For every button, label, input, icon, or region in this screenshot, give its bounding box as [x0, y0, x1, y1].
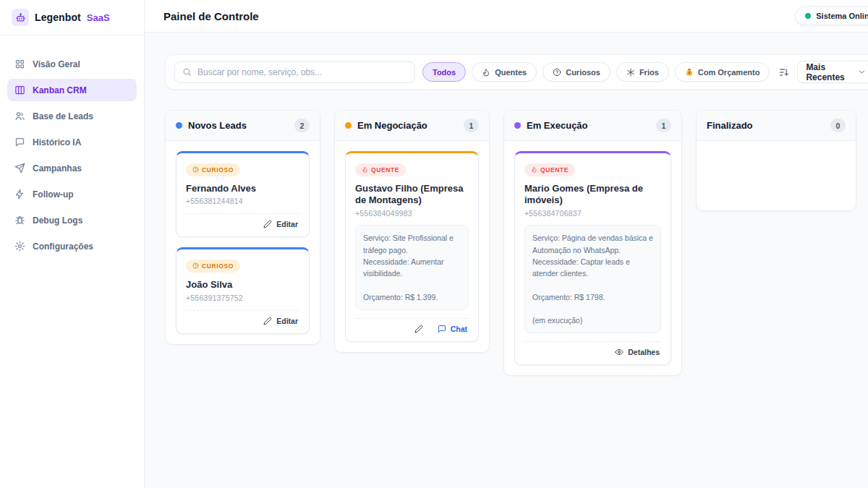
brand: Legenbot SaaS — [0, 0, 144, 35]
pencil-icon — [263, 220, 272, 228]
lead-phone: +556391375752 — [186, 294, 299, 302]
moneybag-icon — [685, 68, 694, 77]
kanban-icon — [14, 85, 25, 95]
lead-note: Serviço: Site Profissional e tráfego pag… — [355, 225, 469, 310]
search-box[interactable] — [174, 61, 415, 83]
filter-pill-frios[interactable]: Frios — [616, 62, 669, 82]
sort-select-value: Mais Recentes — [806, 62, 844, 82]
filter-pill-curiosos[interactable]: Curiosos — [542, 62, 610, 82]
question-icon — [553, 68, 561, 77]
status-badge: Sistema Online — [795, 7, 868, 25]
bug-icon — [14, 215, 25, 226]
sidebar-item-follow-up[interactable]: Follow-up — [7, 183, 137, 205]
filter-pill-label: Frios — [639, 68, 659, 77]
sort-descending-icon[interactable] — [778, 67, 790, 78]
column-dot — [176, 122, 182, 129]
chevron-down-icon — [858, 68, 866, 76]
flame-icon — [482, 68, 490, 77]
sidebar-item-label: Histórico IA — [33, 137, 81, 147]
zap-icon — [14, 189, 25, 200]
filter-pill-label: Quentes — [495, 68, 527, 77]
lead-note: Serviço: Página de vendas básica e Autom… — [524, 225, 661, 333]
lead-name: Mario Gomes (Empresa de imóveis) — [524, 183, 661, 207]
kanban-column-novos-leads: Novos Leads2CURIOSOFernando Alves+556381… — [165, 110, 320, 345]
page-title: Painel de Controle — [163, 10, 259, 22]
details-button[interactable]: Detalhes — [615, 348, 660, 356]
grid-icon — [14, 59, 25, 69]
lead-card[interactable]: CURIOSOJoão Silva+556391375752Editar — [176, 247, 310, 333]
filter-pill-todos[interactable]: Todos — [422, 62, 466, 82]
column-count-badge: 1 — [656, 119, 671, 132]
sidebar-item-label: Debug Logs — [33, 215, 82, 226]
lead-phone: +556384049983 — [355, 209, 469, 218]
status-label: Sistema Online — [816, 12, 868, 20]
sidebar-item-label: Base de Leads — [33, 111, 93, 121]
pencil-icon — [414, 325, 423, 333]
filter-pill-quentes[interactable]: Quentes — [472, 62, 537, 82]
lead-status-badge: CURIOSO — [186, 163, 240, 176]
card-footer: Detalhes — [524, 341, 661, 358]
kanban-column-finalizado: Finalizado0 — [696, 110, 856, 211]
chat-button[interactable]: Chat — [438, 325, 467, 333]
sidebar-item-debug-logs[interactable]: Debug Logs — [7, 209, 137, 231]
lead-name: Fernando Alves — [186, 183, 299, 195]
snowflake-icon — [626, 68, 635, 77]
filter-pill-com-or-amento[interactable]: Com Orçamento — [675, 62, 770, 82]
send-icon — [14, 163, 25, 174]
sidebar-item-label: Visão Geral — [33, 59, 80, 69]
lead-status-badge: QUENTE — [524, 163, 575, 176]
lead-name: Gustavo Filho (Empresa de Montagens) — [355, 183, 469, 207]
edit-button[interactable]: Editar — [263, 220, 298, 228]
column-count-badge: 0 — [830, 119, 846, 132]
card-footer: Editar — [186, 310, 299, 327]
eye-icon — [615, 348, 624, 356]
badge-label: QUENTE — [371, 166, 399, 174]
column-header: Finalizado0 — [697, 111, 856, 141]
lead-card[interactable]: CURIOSOFernando Alves+556381244814Editar — [176, 151, 310, 237]
filter-pill-label: Curiosos — [566, 68, 600, 77]
sort-select[interactable]: Mais Recentes — [797, 61, 868, 83]
filter-bar: TodosQuentesCuriososFriosCom Orçamento M… — [165, 54, 868, 90]
column-header: Em Negociação1 — [335, 111, 489, 141]
action-label: Editar — [276, 220, 298, 228]
column-body — [697, 141, 856, 210]
lead-status-badge: CURIOSO — [186, 260, 240, 273]
column-title: Em Negociação — [357, 120, 458, 131]
question-icon — [192, 262, 199, 269]
sidebar-item-label: Follow-up — [33, 189, 74, 200]
lead-card[interactable]: QUENTEMario Gomes (Empresa de imóveis)+5… — [514, 151, 671, 365]
kanban-column-em-negocia-o: Em Negociação1QUENTEGustavo Filho (Empre… — [334, 110, 490, 353]
lead-phone: +556381244814 — [186, 197, 299, 205]
app: Legenbot SaaS Visão GeralKanban CRMBase … — [0, 0, 868, 488]
column-body: QUENTEGustavo Filho (Empresa de Montagen… — [335, 141, 489, 352]
brand-suffix: SaaS — [87, 12, 110, 23]
sidebar-item-hist-rico-ia[interactable]: Histórico IA — [7, 131, 137, 153]
sidebar-item-configura-es[interactable]: Configurações — [7, 235, 137, 257]
chat-icon — [14, 137, 25, 147]
settings-icon — [14, 241, 25, 252]
lead-card[interactable]: QUENTEGustavo Filho (Empresa de Montagen… — [345, 151, 479, 342]
badge-label: CURIOSO — [202, 262, 234, 270]
edit-button[interactable]: Editar — [263, 317, 298, 325]
flame-icon — [362, 166, 368, 173]
lead-phone: +556384706837 — [524, 209, 661, 218]
column-title: Em Execução — [527, 120, 650, 131]
sidebar-item-label: Campanhas — [33, 163, 82, 174]
content: TodosQuentesCuriososFriosCom Orçamento M… — [145, 33, 868, 398]
search-input[interactable] — [197, 67, 407, 77]
edit-button[interactable] — [414, 325, 423, 333]
column-count-badge: 1 — [464, 119, 479, 132]
sidebar-item-base-de-leads[interactable]: Base de Leads — [7, 105, 137, 127]
filter-pills: TodosQuentesCuriososFriosCom Orçamento — [422, 62, 770, 82]
column-body: CURIOSOFernando Alves+556381244814Editar… — [166, 141, 320, 344]
sidebar-item-campanhas[interactable]: Campanhas — [7, 157, 137, 179]
sidebar-item-kanban-crm[interactable]: Kanban CRM — [7, 79, 137, 101]
search-icon — [182, 67, 192, 77]
sidebar-item-vis-o-geral[interactable]: Visão Geral — [7, 53, 137, 75]
question-icon — [192, 166, 199, 173]
column-body: QUENTEMario Gomes (Empresa de imóveis)+5… — [504, 141, 681, 375]
action-label: Chat — [451, 325, 467, 333]
column-header: Novos Leads2 — [166, 111, 320, 141]
sidebar-item-label: Kanban CRM — [33, 85, 87, 95]
kanban-board: Novos Leads2CURIOSOFernando Alves+556381… — [165, 110, 868, 376]
